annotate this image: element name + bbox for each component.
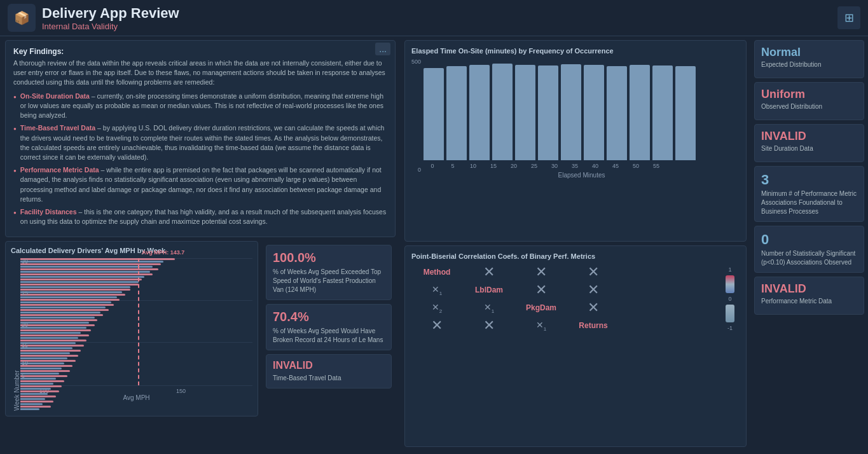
blue-bar-1 xyxy=(20,408,39,410)
bar-col-2 xyxy=(20,401,53,405)
blue-bar-22 xyxy=(20,301,111,303)
badge-three-label: Minimum # of Performance Metric Associat… xyxy=(761,189,857,216)
blue-bar-5 xyxy=(20,388,51,390)
corr-r1c4: ✕ xyxy=(568,264,619,280)
elapsed-bar-11 xyxy=(675,66,696,160)
elapsed-x-axis: 0 5 10 15 20 25 30 35 40 45 50 55 xyxy=(424,163,740,169)
pink-bar-7 xyxy=(20,375,67,377)
window-controls[interactable]: ⊞ xyxy=(837,6,860,29)
badge-normal-label: Expected Distribution xyxy=(761,60,857,69)
bar-row-7 xyxy=(20,375,67,380)
bar-row-1 xyxy=(20,406,51,410)
el-x-15: 15 xyxy=(485,163,502,169)
colorbar-bottom xyxy=(726,305,734,322)
label-lbldam: LblDam xyxy=(475,285,503,294)
blue-bar-24 xyxy=(20,291,122,293)
pink-bar-29 xyxy=(20,263,161,265)
el-x-35: 35 xyxy=(566,163,584,169)
left-column: ... Key Findings: A thorough review of t… xyxy=(0,36,401,451)
blue-bar-17 xyxy=(20,327,86,329)
stat-value-1: 100.0% xyxy=(273,251,385,265)
elapsed-y-top: 500 xyxy=(411,58,421,65)
bar-row-12 xyxy=(20,350,81,354)
badge-uniform-value: Uniform xyxy=(761,88,857,101)
blue-bar-28 xyxy=(20,271,150,273)
pink-bar-23 xyxy=(20,294,125,296)
bar-col-9 xyxy=(20,365,72,369)
finding-text-4: Facility Distances – this is the one cat… xyxy=(20,207,387,226)
elapsed-bar-8 xyxy=(607,66,627,160)
pink-bar-5 xyxy=(20,385,62,387)
badge-invalid-site-label: Site Duration Data xyxy=(761,144,857,153)
bar-row-30 xyxy=(20,258,175,263)
x-r4c1: ✕ xyxy=(431,317,443,334)
bar-col-18 xyxy=(20,319,97,324)
y-tick-30: 30 xyxy=(22,258,28,265)
more-button[interactable]: ... xyxy=(375,43,390,55)
pink-bar-22 xyxy=(20,299,120,301)
header: 📦 Delivery App Review Internal Data Vali… xyxy=(0,0,868,36)
bar-col-19 xyxy=(20,314,103,319)
elapsed-bar-3 xyxy=(492,64,513,160)
badge-invalid-perf-value: INVALID xyxy=(761,282,857,296)
bar-row-8 xyxy=(20,370,70,375)
blue-bar-26 xyxy=(20,281,139,283)
blue-bar-27 xyxy=(20,276,144,278)
bar-col-23 xyxy=(20,294,125,298)
elapsed-y-axis: 500 0 xyxy=(411,58,421,173)
x-tick-150: 150 xyxy=(176,388,186,394)
pink-bar-11 xyxy=(20,355,78,357)
bar-col-21 xyxy=(20,304,114,308)
bar-row-16 xyxy=(20,329,91,334)
corr-r2c1: ✕1 xyxy=(411,282,462,298)
finding-label-4: Facility Distances xyxy=(20,208,77,216)
bar-row-2 xyxy=(20,401,53,405)
elapsed-bar-4 xyxy=(515,65,535,160)
badge-uniform: Uniform Observed Distribution xyxy=(754,82,864,120)
blue-bar-14 xyxy=(20,342,76,344)
pink-bar-1 xyxy=(20,406,51,408)
bar-col-11 xyxy=(20,355,78,359)
y-tick-20: 20 xyxy=(22,322,28,328)
pink-bar-16 xyxy=(20,329,91,331)
x-r1c2: ✕ xyxy=(483,264,495,280)
pink-bar-27 xyxy=(20,273,153,275)
y-tick-10: 10 xyxy=(22,360,28,366)
y-tick-5: 5 xyxy=(22,373,25,379)
bars-area: Avg MPH: 143.7 30 25 20 15 10 5 xyxy=(20,258,252,385)
badge-zero-label: Number of Statistically Significant (p<0… xyxy=(761,249,857,267)
badge-normal-value: Normal xyxy=(761,46,857,59)
corr-r1c1: Method xyxy=(411,264,462,280)
pink-bar-17 xyxy=(20,324,95,326)
el-x-5: 5 xyxy=(444,163,462,169)
elapsed-bar-0 xyxy=(424,68,444,160)
bar-chart-inner: Avg MPH: 143.7 30 25 20 15 10 5 100 xyxy=(20,258,252,411)
bar-col-6 xyxy=(20,380,64,385)
colorbar xyxy=(726,275,734,293)
bar-row-5 xyxy=(20,385,62,390)
el-x-10: 10 xyxy=(464,163,482,169)
elapsed-chart-container: 500 0 0 5 10 15 20 25 30 35 xyxy=(411,58,740,179)
bar-row-17 xyxy=(20,324,95,329)
bar-col-20 xyxy=(20,309,109,313)
bar-lower-section: Calculated Delivery Drivers' Avg MPH by … xyxy=(5,241,396,416)
colorbar-mid: 0 xyxy=(728,296,731,302)
blue-bar-20 xyxy=(20,312,100,313)
bar-col-26 xyxy=(20,279,142,283)
bar-row-25 xyxy=(20,284,139,288)
bar-col-10 xyxy=(20,360,76,364)
blue-bar-11 xyxy=(20,357,67,359)
blue-bar-6 xyxy=(20,383,53,385)
corr-grid-container: Method ✕ ✕ ✕ ✕1 LblDam ✕ ✕ ✕2 ✕1 PkgDam … xyxy=(411,264,715,334)
finding-item-1: ● On-Site Duration Data – currently, on-… xyxy=(13,92,387,121)
el-x-40: 40 xyxy=(586,163,604,169)
page-subtitle: Internal Data Validity xyxy=(42,22,179,31)
blue-bar-15 xyxy=(20,337,78,339)
pink-bar-14 xyxy=(20,340,86,341)
elapsed-y-bottom: 0 xyxy=(411,167,421,173)
elapsed-bars-area: 0 5 10 15 20 25 30 35 40 45 50 55 Elapse… xyxy=(424,58,740,179)
corr-r4c1: ✕ xyxy=(411,317,462,334)
el-x-50: 50 xyxy=(627,163,645,169)
elapsed-bar-2 xyxy=(469,65,490,160)
colorbar-max: 1 xyxy=(728,266,731,273)
